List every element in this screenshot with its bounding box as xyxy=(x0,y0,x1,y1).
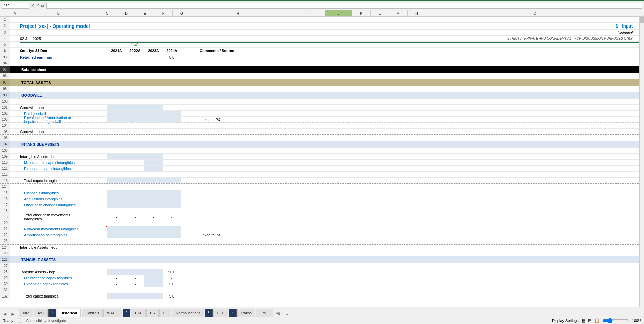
tab-scroll-right[interactable]: ► xyxy=(9,311,17,317)
col-2022: 2022A xyxy=(126,48,144,54)
col-g-header[interactable]: G xyxy=(173,10,191,16)
row-130: 130 Expansion capex tangibles - - 5.0 xyxy=(0,281,639,287)
col-c-header[interactable]: C xyxy=(97,10,117,16)
project-title: Project [xxx] - Operating model xyxy=(20,23,255,29)
status-right: Display Settings ▦ ⊟ 📋 100% xyxy=(552,318,641,323)
tab-ratios[interactable]: Ratios xyxy=(237,309,255,317)
column-header-row: A B C D E F G H I J K L M N O xyxy=(0,10,644,17)
col-2023: 2023A xyxy=(144,48,163,54)
tab-more-options[interactable]: ⋯ xyxy=(283,312,290,317)
row-104: 104 xyxy=(0,123,639,129)
tab-cf[interactable]: CF xyxy=(159,309,172,317)
tab-scroll-left[interactable]: ◄ xyxy=(1,311,9,317)
row-6-headers: 6 €m - fye 31 Dec 2021A 2022A 2023A 2024… xyxy=(0,48,639,54)
row-97: 97 TOTAL ASSETS xyxy=(0,79,639,86)
row-111: 111 Expansion capex intangibles - - - xyxy=(0,166,639,172)
goodwill-header: GOODWILL xyxy=(20,92,639,98)
row-95: 95 Balance sheet xyxy=(0,66,639,73)
col-e-header[interactable]: E xyxy=(136,10,154,16)
tab-gra[interactable]: Gra ... xyxy=(256,309,274,317)
row-3: 3 Historical xyxy=(0,30,639,36)
tab-historical[interactable]: Historical xyxy=(57,309,81,317)
row-123: 123 xyxy=(0,238,639,244)
page-view-icon[interactable]: 📄 xyxy=(17,318,22,323)
col-o-header[interactable]: O xyxy=(426,10,644,16)
row-112: 112 xyxy=(0,172,639,178)
col-i-header[interactable]: I xyxy=(285,10,325,16)
row-115: 115 Disposals intangibles xyxy=(0,190,639,196)
row-101: 101 Goodwill - bop - xyxy=(0,105,639,111)
tab-toc[interactable]: ToC xyxy=(34,309,48,317)
sheet-area: 1 2 Project [xxx] - Operating model 1 - … xyxy=(0,17,644,307)
tab-title[interactable]: Title xyxy=(19,309,33,317)
tab-badge-4[interactable]: 4 xyxy=(229,309,237,317)
row-120: 120 xyxy=(0,220,639,226)
tab-badge-2[interactable]: 2 xyxy=(123,309,131,317)
total-assets-header: TOTAL ASSETS xyxy=(20,79,639,86)
right-scrollbar[interactable] xyxy=(639,17,644,307)
row-1: 1 xyxy=(0,17,639,23)
col-n-header[interactable]: N xyxy=(408,10,426,16)
na-indicator: #N/A xyxy=(131,43,138,46)
col-comments: Comments / Source xyxy=(200,48,293,54)
page-layout-icon[interactable]: 📋 xyxy=(594,318,600,323)
zoom-level: 100% xyxy=(632,319,641,323)
formula-dividers: ✕ ✓ fx xyxy=(31,3,44,8)
tab-wacc[interactable]: WACC xyxy=(103,309,122,317)
col-a-header[interactable]: A xyxy=(10,10,20,16)
row-100: 100 xyxy=(0,99,639,105)
row-127: 127 xyxy=(0,263,639,269)
tab-controls[interactable]: Controls xyxy=(82,309,103,317)
col-b-header[interactable]: B xyxy=(20,10,97,16)
cell-ref-box[interactable]: J89 xyxy=(2,3,29,9)
row-102: 102 Paid goodwill xyxy=(0,111,639,117)
comment-linked-pl-1: Linked to P&L xyxy=(200,117,293,122)
col-l-header[interactable]: L xyxy=(371,10,389,16)
col-f-header[interactable]: F xyxy=(154,10,173,16)
tab-add[interactable]: ⊕ xyxy=(274,310,282,317)
col-h-header[interactable]: H xyxy=(191,10,285,16)
tab-badge-1[interactable]: 1 xyxy=(48,309,56,317)
formula-input[interactable] xyxy=(46,3,642,9)
tab-badge-3[interactable]: 3 xyxy=(205,309,213,317)
zoom-slider[interactable] xyxy=(602,318,629,323)
row-119: 119 Total other cash movements intangibl… xyxy=(0,214,639,220)
row-5: 5 #N/A xyxy=(0,42,639,48)
tab-bs[interactable]: BS xyxy=(146,309,159,317)
row-108: 108 xyxy=(0,148,639,154)
normal-view-icon[interactable]: ▦ xyxy=(581,318,585,323)
col-d-header[interactable]: D xyxy=(117,10,136,16)
fx-icon[interactable]: fx xyxy=(41,3,44,8)
col-2021: 2021A xyxy=(107,48,126,54)
col-j-header[interactable]: J xyxy=(325,10,352,16)
tab-pl[interactable]: P&L xyxy=(131,309,146,317)
row-132: 132 Total capex tangibles 5.0 xyxy=(0,293,639,299)
section-title: 1 - Input xyxy=(615,23,633,29)
row-124: 124 Intangible Assets - eop - - - - xyxy=(0,244,639,250)
cancel-icon[interactable]: ✕ xyxy=(31,3,35,8)
subtitle: Historical xyxy=(618,31,633,35)
tab-normalisations[interactable]: Normalisations xyxy=(172,309,204,317)
row-114: 114 xyxy=(0,184,639,190)
row-125: 125 xyxy=(0,250,639,256)
row-116: 116 Acquisitions intangibles xyxy=(0,196,639,202)
display-settings[interactable]: Display Settings xyxy=(552,319,579,323)
sheet-content: 1 2 Project [xxx] - Operating model 1 - … xyxy=(0,17,639,307)
col-m-header[interactable]: M xyxy=(389,10,408,16)
tab-dcf[interactable]: DCF xyxy=(213,309,228,317)
row-96: 96 xyxy=(0,73,639,79)
confirm-icon[interactable]: ✓ xyxy=(36,3,40,8)
confidential-text: STRICTLY PRIVATE AND CONFIDENTIAL - FOR … xyxy=(507,37,633,40)
row-94: 94 xyxy=(0,60,639,66)
page-break-icon[interactable]: ⊟ xyxy=(588,318,592,323)
col-k-header[interactable]: K xyxy=(352,10,371,16)
formula-bar: J89 ✕ ✓ fx xyxy=(0,1,644,10)
balance-sheet-header: Balance sheet xyxy=(20,66,639,73)
col-2024: 2024A xyxy=(163,48,181,54)
row-129: 129 Maintenance capex tangibles - - - xyxy=(0,275,639,281)
accessibility-text[interactable]: Accessibility: Investigate xyxy=(26,319,66,323)
row-93: 93 Retained earnings - - - 8.0 xyxy=(0,54,639,60)
row-103: 103 Revaluation / Amortisation or impair… xyxy=(0,117,639,123)
retained-earnings-label: Retained earnings xyxy=(20,54,87,60)
row-109: 109 Intangible Assets - bop - xyxy=(0,154,639,160)
